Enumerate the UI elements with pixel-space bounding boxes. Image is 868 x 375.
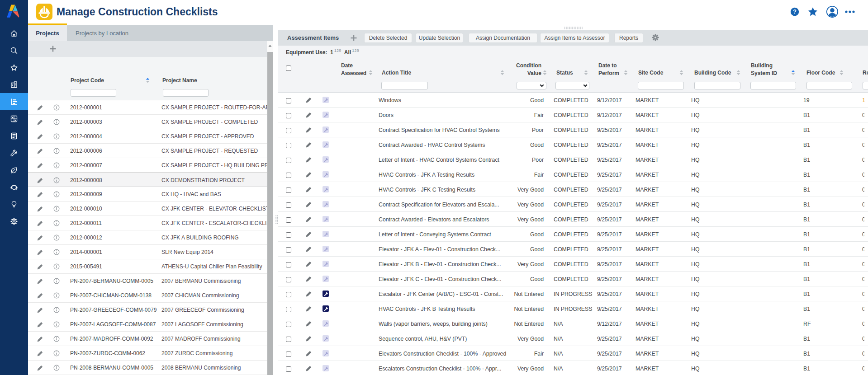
svg-text:?: ?: [793, 8, 797, 15]
